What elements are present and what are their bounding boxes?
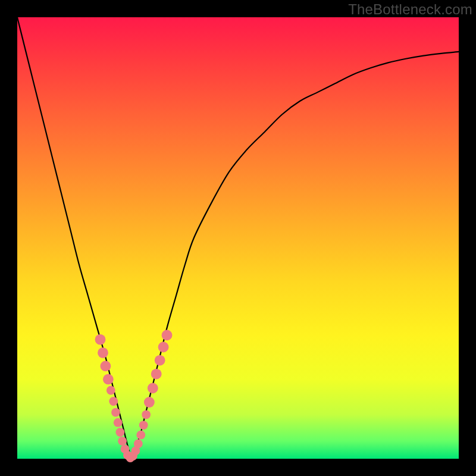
data-marker — [95, 334, 106, 345]
data-marker — [155, 355, 165, 366]
data-marker — [114, 418, 123, 427]
data-marker — [98, 347, 108, 358]
data-marker — [162, 330, 173, 340]
bottleneck-curve — [17, 17, 459, 459]
data-marker — [111, 408, 120, 417]
data-marker — [151, 369, 162, 380]
data-marker — [115, 428, 124, 437]
watermark-text: TheBottleneck.com — [348, 1, 472, 18]
data-marker — [142, 410, 151, 419]
data-marker — [144, 397, 155, 408]
data-marker — [136, 431, 145, 440]
data-marker — [134, 439, 143, 448]
data-marker — [100, 361, 111, 371]
data-marker — [118, 437, 127, 446]
data-marker — [158, 342, 169, 352]
chart-frame: TheBottleneck.com — [0, 0, 476, 476]
data-marker — [103, 374, 114, 385]
chart-svg — [17, 17, 459, 459]
curve-layer — [17, 17, 459, 459]
data-marker — [148, 383, 158, 393]
data-marker — [139, 421, 148, 430]
marker-layer — [95, 330, 173, 462]
plot-area — [17, 17, 459, 459]
data-marker — [107, 386, 115, 395]
data-marker — [109, 397, 118, 406]
